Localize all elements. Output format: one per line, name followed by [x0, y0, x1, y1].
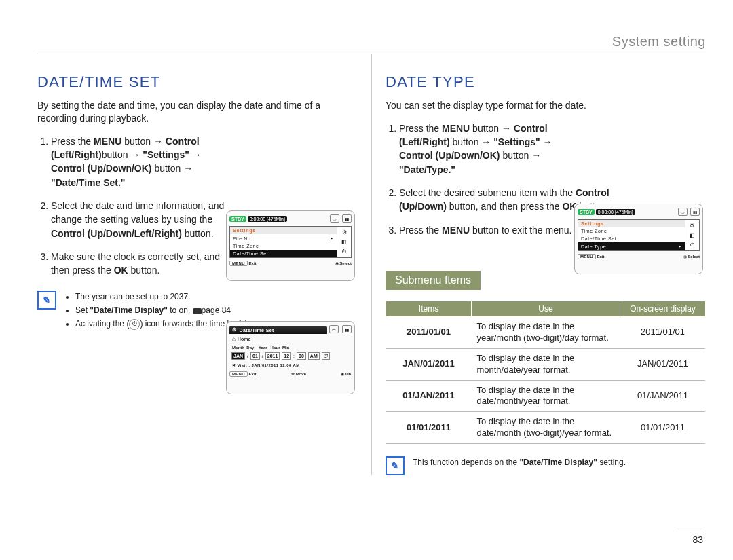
battery-icon: ▮▮	[690, 208, 700, 216]
dst-icon: ✖	[232, 363, 236, 367]
table-row: 01/JAN/2011 To display the date in the d…	[386, 380, 705, 412]
column-separator	[371, 54, 372, 475]
aux-icon: ⏱	[690, 242, 695, 248]
submenu-items-table: Items Use On-screen display 2011/01/01 T…	[386, 301, 706, 444]
left-column: DATE/TIME SET By setting the date and ti…	[37, 68, 358, 475]
note-icon: ✎	[37, 291, 56, 310]
stby-badge: STBY	[578, 209, 595, 215]
submenu-row: Time Zone	[578, 227, 685, 235]
content-columns: DATE/TIME SET By setting the date and ti…	[37, 68, 706, 475]
visit-label: Visit :	[238, 363, 250, 367]
stby-badge: STBY	[229, 216, 246, 222]
panel-title: Date/Time Set	[239, 328, 274, 333]
card-icon: ▭	[678, 208, 688, 216]
battery-icon: ▮▮	[342, 214, 352, 223]
menu-key: MENU	[229, 261, 248, 266]
field-hour: 12	[282, 352, 291, 360]
page-number: 83	[676, 531, 703, 545]
visit-value: JAN/01/2011 12:00 AM	[252, 363, 300, 367]
home-icon: ⌂	[232, 336, 236, 342]
step-2: Select the date and time information, an…	[51, 199, 241, 240]
submenu-header: Settings	[578, 220, 685, 227]
tool-icon: ⚙	[342, 229, 347, 236]
aux-icon: ⏱	[341, 248, 347, 255]
submenu-panel: Settings File No.▸ Time Zone Date/Time S…	[229, 226, 352, 258]
th-display: On-screen display	[620, 301, 705, 316]
step-1: Press the MENU button → Control (Left/Ri…	[51, 134, 241, 189]
note-icon: ✎	[386, 456, 405, 475]
th-use: Use	[471, 301, 620, 316]
submenu-items-heading: Submenu Items	[386, 271, 481, 290]
intro-text: You can set the display type format for …	[386, 99, 706, 112]
note-block: ✎ This function depends on the "Date/Tim…	[386, 456, 706, 475]
date-fields: JAN / 01 / 2011 12 : 00 AM ⏱	[229, 351, 352, 361]
aux-icon: ◧	[341, 239, 347, 245]
gear-icon: ⚙	[232, 327, 236, 333]
running-head: System setting	[37, 34, 706, 54]
step-1: Press the MENU button → Control (Left/Ri…	[399, 122, 589, 176]
card-icon: ▭	[329, 325, 339, 333]
step-3: Make sure the clock is correctly set, an…	[51, 250, 241, 278]
camera-screen-settings-menu: STBY 0:00:00 [475Min] ▭ ▮▮ Settings File…	[226, 210, 355, 281]
table-row: 01/01/2011 To display the date in the da…	[386, 412, 705, 444]
time-badge: 0:00:00 [475Min]	[248, 216, 287, 222]
time-badge: 0:00:00 [475Min]	[596, 209, 635, 215]
right-column: DATE TYPE You can set the display type f…	[386, 68, 706, 475]
battery-icon: ▮▮	[342, 325, 352, 333]
intro-text: By setting the date and time, you can di…	[37, 99, 358, 125]
submenu-row-selected: Date Type▸	[578, 242, 685, 250]
tool-icon: ⚙	[690, 223, 694, 229]
field-min: 00	[297, 352, 306, 360]
submenu-header: Settings	[230, 227, 337, 234]
submenu-row-selected: Date/Time Set	[230, 250, 337, 257]
camera-screen-date-time-set: ⚙Date/Time Set ▭ ▮▮ ⌂ Home Month Day Yea…	[226, 321, 355, 394]
section-heading-date-type: DATE TYPE	[386, 73, 706, 91]
field-year: 2011	[265, 352, 280, 360]
table-row: JAN/01/2011 To display the date in the m…	[386, 348, 705, 380]
home-label: Home	[238, 337, 250, 341]
card-icon: ▭	[330, 214, 339, 223]
select-label: Select	[688, 255, 700, 259]
camera-screen-date-type-menu: STBY 0:00:00 [475Min] ▭ ▮▮ Settings Time…	[574, 204, 703, 274]
submenu-row: Date/Time Set	[578, 235, 685, 242]
note-text: This function depends on the "Date/Time …	[413, 456, 626, 468]
note-item: The year can be set up to 2037.	[75, 291, 263, 303]
submenu-row: File No.▸	[230, 234, 337, 242]
table-row: 2011/01/01 To display the date in the ye…	[386, 316, 705, 348]
menu-key: MENU	[578, 254, 596, 259]
ok-label: OK	[345, 372, 352, 376]
select-label: Select	[339, 261, 352, 265]
menu-key: MENU	[229, 371, 248, 377]
clock-icon: ⏱	[322, 352, 330, 360]
field-day: 01	[250, 352, 260, 360]
manual-page: System setting DATE/TIME SET By setting …	[0, 0, 733, 560]
move-label: Move	[296, 372, 306, 376]
note-item: Set "Date/Time Display" to on. page 84	[75, 304, 263, 316]
field-labels: Month Day Year Hour Min	[229, 344, 352, 351]
th-items: Items	[386, 301, 471, 316]
aux-icon: ◧	[690, 232, 695, 238]
field-month: JAN	[231, 352, 245, 360]
submenu-row: Time Zone	[230, 242, 337, 250]
submenu-panel: Settings Time Zone Date/Time Set Date Ty…	[578, 219, 700, 251]
section-heading-date-time-set: DATE/TIME SET	[37, 73, 358, 91]
field-ampm: AM	[308, 352, 320, 360]
